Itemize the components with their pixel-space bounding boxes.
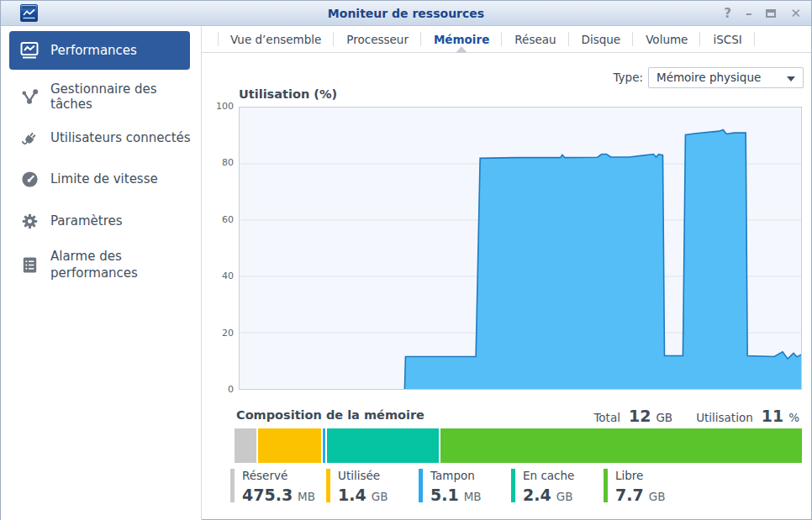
sidebar-item-label: Paramètres <box>50 213 123 228</box>
legend-value: 2.4 <box>523 486 551 504</box>
legend-chip <box>419 469 423 502</box>
legend-unit: GB <box>556 490 573 503</box>
performance-chart-icon <box>19 40 40 60</box>
usage-area-fill <box>240 129 801 389</box>
memory-type-value: Mémoire physique <box>656 71 761 84</box>
window-title: Moniteur de ressources <box>1 7 811 20</box>
legend-name: En cache <box>523 469 574 483</box>
help-icon[interactable]: ? <box>724 8 731 20</box>
legend-name: Réservé <box>242 469 315 483</box>
legend-value: 7.7 <box>615 486 644 504</box>
sidebar-item-label: Alarme des performances <box>50 248 153 282</box>
legend-name: Libre <box>615 469 665 483</box>
window-controls: ? – ✕ <box>724 1 801 26</box>
minimize-icon[interactable]: – <box>746 8 752 20</box>
legend-value: 5.1 <box>430 486 459 504</box>
usage-unit: % <box>788 411 799 424</box>
sidebar-item-speed-limit[interactable]: Limite de vitesse <box>1 164 158 194</box>
maximize-icon[interactable] <box>766 9 776 18</box>
sidebar-item-performance-alarm[interactable]: Alarme des performances <box>1 243 153 286</box>
connected-users-plug-icon <box>19 129 40 148</box>
sidebar-item-label: Gestionnaire des tâches <box>50 81 201 112</box>
bar-segment-reserve <box>235 428 256 463</box>
sidebar-item-performances[interactable]: Performances <box>9 31 190 70</box>
y-axis-tick: 60 <box>202 214 234 226</box>
sidebar-item-label: Limite de vitesse <box>50 171 158 186</box>
chevron-down-icon <box>787 76 795 81</box>
memory-type-dropdown[interactable]: Mémoire physique <box>648 67 804 88</box>
tab-vue-densemble[interactable]: Vue d’ensemble <box>218 26 334 52</box>
sidebar-item-task-manager[interactable]: Gestionnaire des tâches <box>1 81 201 112</box>
task-manager-icon <box>19 87 40 107</box>
legend-name: Utilisée <box>338 469 388 483</box>
usage-label: Utilisation <box>696 411 753 424</box>
y-axis-tick: 100 <box>202 101 234 113</box>
tab-iscsi[interactable]: iSCSI <box>700 26 754 52</box>
performance-alarm-icon <box>19 255 40 275</box>
legend-chip <box>604 469 608 502</box>
type-label: Type: <box>563 67 643 88</box>
y-axis-tick: 20 <box>202 328 234 339</box>
legend-chip <box>230 469 235 502</box>
memory-usage-area-chart <box>239 107 802 390</box>
legend-unit: GB <box>649 490 666 503</box>
legend-item-reserve: Réservé 475.3 MB <box>230 469 315 504</box>
resource-monitor-window: Moniteur de ressources ? – ✕ Performance… <box>0 0 812 520</box>
tab-bar: Vue d’ensemble Processeur Mémoire Réseau… <box>202 26 811 53</box>
legend-item-en-cache: En cache 2.4 GB <box>511 469 574 504</box>
tab-memoire[interactable]: Mémoire <box>421 26 502 52</box>
titlebar: Moniteur de ressources ? – ✕ <box>1 1 811 26</box>
tab-volume[interactable]: Volume <box>633 26 700 52</box>
bar-segment-tampon <box>323 428 325 463</box>
memory-composition-bar <box>235 428 802 463</box>
speed-limit-gauge-icon <box>19 170 40 189</box>
y-axis-tick: 0 <box>202 384 234 396</box>
tab-processeur[interactable]: Processeur <box>334 26 421 52</box>
main-panel: Vue d’ensemble Processeur Mémoire Réseau… <box>202 26 811 520</box>
sidebar: Performances Gestionnaire des tâches <box>1 26 202 520</box>
legend-item-tampon: Tampon 5.1 MB <box>419 469 482 504</box>
legend-name: Tampon <box>430 469 482 483</box>
bar-segment-libre <box>440 428 802 463</box>
composition-heading: Composition de la mémoire <box>236 408 424 422</box>
legend-chip <box>511 469 515 502</box>
memory-totals: Total 12 GB Utilisation 11 % <box>593 407 799 425</box>
sidebar-item-settings[interactable]: Paramètres <box>1 206 123 236</box>
sidebar-item-label: Performances <box>50 43 137 58</box>
y-axis-tick: 80 <box>202 157 234 169</box>
sidebar-item-connected-users[interactable]: Utilisateurs connectés <box>1 123 191 153</box>
close-icon[interactable]: ✕ <box>790 8 801 20</box>
legend-unit: MB <box>464 490 482 503</box>
tab-reseau[interactable]: Réseau <box>502 26 568 52</box>
y-axis-tick: 40 <box>202 271 234 282</box>
bar-segment-utilisee <box>258 428 321 463</box>
legend-unit: MB <box>298 490 315 503</box>
bar-segment-en-cache <box>327 428 439 463</box>
sidebar-item-label: Utilisateurs connectés <box>50 130 191 145</box>
legend-item-libre: Libre 7.7 GB <box>604 469 665 504</box>
settings-gear-icon <box>19 212 40 231</box>
legend-chip <box>326 469 330 502</box>
legend-item-utilisee: Utilisée 1.4 GB <box>326 469 388 504</box>
total-unit: GB <box>656 411 672 424</box>
legend-value: 475.3 <box>242 486 293 504</box>
usage-value: 11 <box>762 407 783 425</box>
chart-title: Utilisation (%) <box>239 87 337 101</box>
legend-value: 1.4 <box>338 486 366 504</box>
tab-disque[interactable]: Disque <box>569 26 634 52</box>
total-label: Total <box>593 411 620 424</box>
total-value: 12 <box>629 407 651 425</box>
legend-unit: GB <box>372 490 388 503</box>
